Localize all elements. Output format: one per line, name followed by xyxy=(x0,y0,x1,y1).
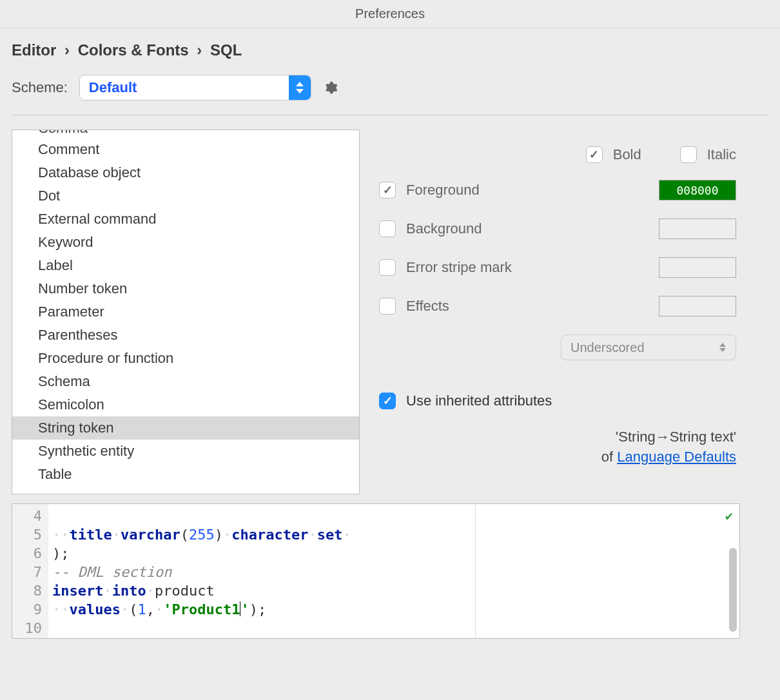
breadcrumb-sql: SQL xyxy=(210,41,242,59)
background-color-swatch[interactable] xyxy=(659,219,736,239)
list-item[interactable]: Semicolon xyxy=(12,393,359,416)
scrollbar-thumb[interactable] xyxy=(729,548,737,632)
breadcrumb-colors-fonts[interactable]: Colors & Fonts xyxy=(78,41,189,59)
error-stripe-label: Error stripe mark xyxy=(406,259,648,276)
inherited-path-text: 'String→String text' of Language Default… xyxy=(379,427,736,467)
token-list[interactable]: Comma Comment Database object Dot Extern… xyxy=(12,130,360,494)
list-item[interactable]: Dot xyxy=(12,184,359,208)
line-gutter: 45678910 xyxy=(12,504,48,638)
scheme-select[interactable]: Default xyxy=(79,75,311,101)
chevron-updown-icon xyxy=(719,343,726,352)
scheme-label: Scheme: xyxy=(12,79,68,96)
list-item[interactable]: Synthetic entity xyxy=(12,440,359,463)
use-inherited-checkbox[interactable] xyxy=(379,393,396,409)
attributes-panel: Bold Italic Foreground 008000 Background xyxy=(379,130,768,494)
effects-color-swatch[interactable] xyxy=(659,296,736,316)
breadcrumb-separator: › xyxy=(64,41,70,59)
gear-icon[interactable] xyxy=(323,80,338,95)
list-item[interactable]: External command xyxy=(12,208,359,231)
list-item[interactable]: Table xyxy=(12,463,359,486)
list-item[interactable]: Comment xyxy=(12,138,359,161)
use-inherited-label: Use inherited attributes xyxy=(406,393,736,409)
italic-label: Italic xyxy=(707,146,736,163)
list-item[interactable]: Parentheses xyxy=(12,324,359,347)
list-item-selected[interactable]: String token xyxy=(12,416,359,440)
breadcrumb: Editor › Colors & Fonts › SQL xyxy=(12,41,768,59)
effects-style-select[interactable]: Underscored xyxy=(561,335,736,360)
error-stripe-color-swatch[interactable] xyxy=(659,257,736,278)
effects-style-value: Underscored xyxy=(570,340,645,355)
list-item[interactable]: Number token xyxy=(12,277,359,300)
divider xyxy=(12,115,768,115)
bold-checkbox[interactable] xyxy=(586,146,603,163)
breadcrumb-separator: › xyxy=(197,41,202,59)
background-checkbox[interactable] xyxy=(379,220,396,237)
breadcrumb-editor[interactable]: Editor xyxy=(12,41,56,59)
code-area[interactable]: ··title·varchar(255)·character·set· ); -… xyxy=(48,504,475,638)
foreground-label: Foreground xyxy=(406,182,648,199)
bold-label: Bold xyxy=(613,146,641,163)
language-defaults-link[interactable]: Language Defaults xyxy=(617,449,736,465)
background-label: Background xyxy=(406,220,648,237)
error-stripe-checkbox[interactable] xyxy=(379,259,396,276)
list-item[interactable]: Parameter xyxy=(12,300,359,324)
code-preview: 45678910 ··title·varchar(255)·character·… xyxy=(12,503,740,639)
foreground-color-swatch[interactable]: 008000 xyxy=(659,180,736,200)
list-item[interactable]: Schema xyxy=(12,370,359,393)
list-item[interactable]: Label xyxy=(12,254,359,277)
scheme-select-value: Default xyxy=(80,75,289,100)
italic-checkbox[interactable] xyxy=(680,146,697,163)
checkmark-icon: ✔ xyxy=(725,508,733,523)
list-item[interactable]: Database object xyxy=(12,161,359,184)
chevron-updown-icon xyxy=(289,75,311,100)
foreground-checkbox[interactable] xyxy=(379,182,396,199)
list-item[interactable]: Procedure or function xyxy=(12,347,359,370)
list-item[interactable]: Comma xyxy=(12,130,359,138)
window-title: Preferences xyxy=(0,0,780,28)
list-item[interactable]: Keyword xyxy=(12,231,359,254)
effects-checkbox[interactable] xyxy=(379,298,396,315)
effects-label: Effects xyxy=(406,298,648,315)
preview-side-panel: ✔ xyxy=(475,504,739,638)
